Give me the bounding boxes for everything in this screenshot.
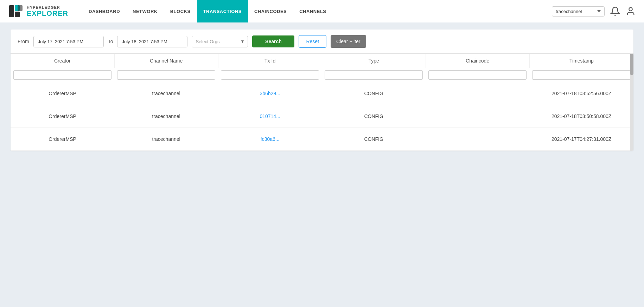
clear-filter-button[interactable]: Clear Filter xyxy=(331,35,366,48)
nav-links: DASHBOARD NETWORK BLOCKS TRANSACTIONS CH… xyxy=(82,0,552,22)
notification-icon[interactable] xyxy=(610,6,620,16)
filter-timestamp[interactable] xyxy=(532,70,631,80)
col-creator: Creator xyxy=(11,54,114,68)
to-date-input[interactable] xyxy=(117,36,187,47)
cell-type-0: CONFIG xyxy=(322,82,426,105)
nav-blocks[interactable]: BLOCKS xyxy=(164,0,197,22)
table-body: OrdererMSP tracechannel 3b6b29... CONFIG… xyxy=(11,82,633,151)
filter-creator[interactable] xyxy=(13,70,111,80)
logo-hyperledger: HYPERLEDGER xyxy=(27,5,68,9)
from-date-input[interactable] xyxy=(33,36,104,47)
to-label: To xyxy=(108,39,113,44)
filter-chaincode[interactable] xyxy=(428,70,527,80)
cell-channel-0: tracechannel xyxy=(114,82,218,105)
cell-type-2: CONFIG xyxy=(322,128,426,151)
cell-txid-1[interactable]: 010714... xyxy=(218,105,322,128)
tx-id-link-2[interactable]: fc30a6... xyxy=(261,136,280,142)
filter-type[interactable] xyxy=(325,70,423,80)
svg-rect-0 xyxy=(9,5,14,17)
column-filter-row xyxy=(11,68,633,82)
transactions-table: Creator Channel Name Tx Id Type Chaincod… xyxy=(11,54,633,151)
reset-button[interactable]: Reset xyxy=(299,35,326,48)
logo-icon xyxy=(8,4,23,19)
col-channel-name: Channel Name xyxy=(114,54,218,68)
cell-txid-0[interactable]: 3b6b29... xyxy=(218,82,322,105)
navbar: HYPERLEDGER EXPLORER DASHBOARD NETWORK B… xyxy=(0,0,644,22)
svg-rect-2 xyxy=(15,12,20,17)
cell-creator-0: OrdererMSP xyxy=(11,82,114,105)
org-select[interactable]: Select Orgs xyxy=(192,36,248,47)
cell-creator-2: OrdererMSP xyxy=(11,128,114,151)
cell-creator-1: OrdererMSP xyxy=(11,105,114,128)
nav-right: tracechannel xyxy=(552,6,636,17)
transactions-panel: From To Select Orgs ▼ Search Reset Clear… xyxy=(11,30,633,151)
cell-chaincode-2 xyxy=(426,128,529,151)
col-tx-id: Tx Id xyxy=(218,54,322,68)
nav-transactions[interactable]: TRANSACTIONS xyxy=(197,0,248,22)
channel-selector[interactable]: tracechannel xyxy=(552,6,605,17)
filter-channel-name[interactable] xyxy=(117,70,215,80)
nav-chaincodes[interactable]: CHAINCODES xyxy=(248,0,293,22)
tx-id-link-0[interactable]: 3b6b29... xyxy=(260,91,280,96)
filter-tx-id[interactable] xyxy=(221,70,319,80)
logo: HYPERLEDGER EXPLORER xyxy=(8,4,68,19)
logo-explorer: EXPLORER xyxy=(27,9,68,17)
col-chaincode: Chaincode xyxy=(426,54,529,68)
from-label: From xyxy=(18,39,29,44)
nav-dashboard[interactable]: DASHBOARD xyxy=(82,0,126,22)
table-wrapper: Creator Channel Name Tx Id Type Chaincod… xyxy=(11,54,633,151)
tx-id-link-1[interactable]: 010714... xyxy=(260,113,280,119)
cell-type-1: CONFIG xyxy=(322,105,426,128)
main-content: From To Select Orgs ▼ Search Reset Clear… xyxy=(0,22,644,307)
table-header: Creator Channel Name Tx Id Type Chaincod… xyxy=(11,54,633,82)
table-row: OrdererMSP tracechannel fc30a6... CONFIG… xyxy=(11,128,633,151)
nav-network[interactable]: NETWORK xyxy=(126,0,164,22)
table-row: OrdererMSP tracechannel 3b6b29... CONFIG… xyxy=(11,82,633,105)
svg-point-4 xyxy=(629,8,632,11)
cell-channel-1: tracechannel xyxy=(114,105,218,128)
scroll-track[interactable] xyxy=(630,54,633,151)
logo-text: HYPERLEDGER EXPLORER xyxy=(27,5,68,17)
table-row: OrdererMSP tracechannel 010714... CONFIG… xyxy=(11,105,633,128)
col-type: Type xyxy=(322,54,426,68)
cell-timestamp-2: 2021-07-17T04:27:31.000Z xyxy=(529,128,633,151)
filter-bar: From To Select Orgs ▼ Search Reset Clear… xyxy=(11,30,633,54)
search-button[interactable]: Search xyxy=(252,35,294,47)
user-icon[interactable] xyxy=(626,6,636,16)
cell-channel-2: tracechannel xyxy=(114,128,218,151)
cell-chaincode-1 xyxy=(426,105,529,128)
nav-channels[interactable]: CHANNELS xyxy=(293,0,332,22)
svg-rect-3 xyxy=(18,5,23,11)
cell-chaincode-0 xyxy=(426,82,529,105)
table-container: Creator Channel Name Tx Id Type Chaincod… xyxy=(11,54,633,151)
col-timestamp: Timestamp xyxy=(529,54,633,68)
scroll-thumb[interactable] xyxy=(630,54,633,75)
org-select-wrapper: Select Orgs ▼ xyxy=(192,36,248,47)
cell-timestamp-0: 2021-07-18T03:52:56.000Z xyxy=(529,82,633,105)
cell-timestamp-1: 2021-07-18T03:50:58.000Z xyxy=(529,105,633,128)
cell-txid-2[interactable]: fc30a6... xyxy=(218,128,322,151)
